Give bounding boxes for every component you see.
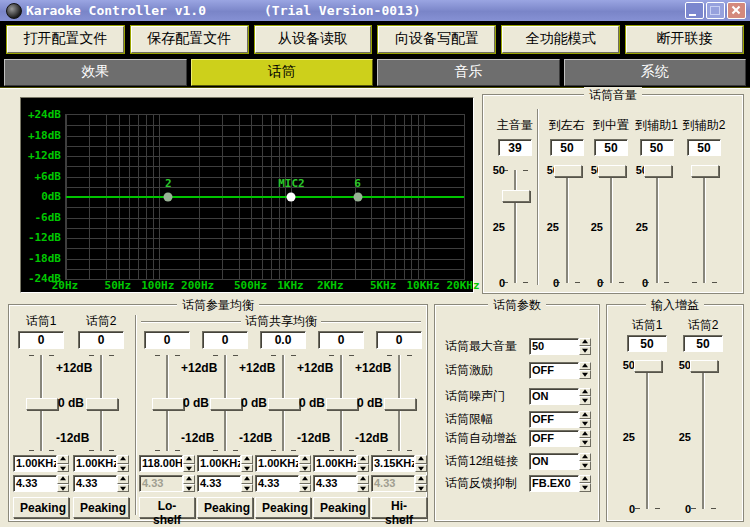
param-spinner[interactable]: OFF: [529, 411, 591, 428]
band-type-button[interactable]: Peaking: [313, 497, 369, 518]
eq-point[interactable]: [164, 193, 173, 202]
spin-up-icon[interactable]: [117, 475, 129, 484]
spin-up-icon[interactable]: [579, 388, 591, 397]
slider-track[interactable]: [514, 170, 517, 283]
band-gain-box[interactable]: 0: [18, 331, 64, 349]
spin-down-icon[interactable]: [415, 464, 427, 473]
spin-up-icon[interactable]: [241, 475, 253, 484]
band-q-spinner[interactable]: 4.33: [13, 475, 69, 492]
spin-down-icon[interactable]: [357, 464, 369, 473]
slider-track[interactable]: [566, 170, 569, 283]
spin-down-icon[interactable]: [579, 483, 591, 492]
band-gain-box[interactable]: 0: [78, 331, 124, 349]
spin-up-icon[interactable]: [299, 455, 311, 464]
slider-thumb[interactable]: [86, 398, 118, 410]
band-q-spinner[interactable]: 4.33: [313, 475, 369, 492]
band-freq-spinner[interactable]: 1.00KHz: [313, 455, 369, 472]
eq-point[interactable]: [287, 193, 296, 202]
spin-down-icon[interactable]: [579, 419, 591, 428]
spin-up-icon[interactable]: [357, 455, 369, 464]
tab-system[interactable]: 系统: [564, 59, 747, 86]
maximize-button[interactable]: [706, 2, 725, 19]
slider-thumb[interactable]: [152, 398, 184, 410]
band-gain-box[interactable]: 0: [318, 331, 364, 349]
slider-thumb[interactable]: [634, 360, 662, 372]
full-function-mode-button[interactable]: 全功能模式: [502, 26, 619, 53]
tab-effects[interactable]: 效果: [4, 59, 187, 86]
slider-value-box[interactable]: 39: [498, 139, 532, 156]
spin-up-icon[interactable]: [579, 453, 591, 462]
spin-down-icon[interactable]: [579, 461, 591, 470]
band-q-spinner[interactable]: 4.33: [197, 475, 253, 492]
spin-up-icon[interactable]: [183, 455, 195, 464]
spin-up-icon[interactable]: [415, 455, 427, 464]
band-type-button[interactable]: Lo-shelf: [139, 497, 195, 518]
slider-thumb[interactable]: [26, 398, 58, 410]
open-config-button[interactable]: 打开配置文件: [7, 26, 124, 53]
slider-value-box[interactable]: 50: [640, 139, 674, 156]
close-button[interactable]: [727, 2, 746, 19]
band-type-button[interactable]: Peaking: [13, 497, 69, 518]
slider-track[interactable]: [703, 170, 706, 283]
spin-up-icon[interactable]: [579, 430, 591, 439]
band-freq-spinner[interactable]: 1.00KHz: [255, 455, 311, 472]
spin-up-icon[interactable]: [579, 362, 591, 371]
band-q-spinner[interactable]: 4.33: [73, 475, 129, 492]
param-spinner[interactable]: ON: [529, 388, 591, 405]
band-type-button[interactable]: Peaking: [255, 497, 311, 518]
band-gain-box[interactable]: 0: [376, 331, 422, 349]
minimize-button[interactable]: [685, 2, 704, 19]
spin-down-icon[interactable]: [241, 484, 253, 493]
spin-up-icon[interactable]: [241, 455, 253, 464]
band-type-button[interactable]: Peaking: [73, 497, 129, 518]
tab-music[interactable]: 音乐: [377, 59, 560, 86]
spin-down-icon[interactable]: [183, 464, 195, 473]
spin-down-icon[interactable]: [57, 484, 69, 493]
band-freq-spinner[interactable]: 1.00KHz: [13, 455, 69, 472]
spin-down-icon[interactable]: [357, 484, 369, 493]
slider-thumb[interactable]: [554, 165, 582, 177]
spin-up-icon[interactable]: [579, 338, 591, 347]
slider-value-box[interactable]: 50: [550, 139, 584, 156]
band-freq-spinner[interactable]: 1.00KHz: [197, 455, 253, 472]
slider-thumb[interactable]: [326, 398, 358, 410]
spin-down-icon[interactable]: [579, 346, 591, 355]
spin-up-icon[interactable]: [357, 475, 369, 484]
spin-up-icon[interactable]: [117, 455, 129, 464]
spin-down-icon[interactable]: [57, 464, 69, 473]
write-to-device-button[interactable]: 向设备写配置: [378, 26, 495, 53]
spin-up-icon[interactable]: [57, 475, 69, 484]
band-q-spinner[interactable]: 4.33: [255, 475, 311, 492]
slider-thumb[interactable]: [268, 398, 300, 410]
slider-value-box[interactable]: 50: [627, 335, 667, 352]
slider-track[interactable]: [610, 170, 613, 283]
spin-down-icon[interactable]: [299, 464, 311, 473]
disconnect-button[interactable]: 断开联接: [626, 26, 743, 53]
slider-value-box[interactable]: 50: [687, 139, 721, 156]
band-gain-box[interactable]: 0.0: [260, 331, 306, 349]
tab-microphone[interactable]: 话筒: [191, 59, 374, 86]
band-freq-spinner[interactable]: 1.00KHz: [73, 455, 129, 472]
slider-track[interactable]: [646, 365, 649, 509]
spin-up-icon[interactable]: [57, 455, 69, 464]
band-freq-spinner[interactable]: 3.15KHz: [371, 455, 427, 472]
band-freq-spinner[interactable]: 118.00H: [139, 455, 195, 472]
band-gain-box[interactable]: 0: [144, 331, 190, 349]
slider-track[interactable]: [702, 365, 705, 509]
slider-track[interactable]: [656, 170, 659, 283]
spin-up-icon[interactable]: [579, 475, 591, 484]
spin-down-icon[interactable]: [117, 484, 129, 493]
eq-point[interactable]: [353, 193, 362, 202]
spin-down-icon[interactable]: [579, 396, 591, 405]
spin-up-icon[interactable]: [299, 475, 311, 484]
slider-value-box[interactable]: 50: [683, 335, 723, 352]
spin-down-icon[interactable]: [299, 484, 311, 493]
spin-down-icon[interactable]: [241, 464, 253, 473]
read-from-device-button[interactable]: 从设备读取: [255, 26, 372, 53]
param-spinner[interactable]: OFF: [529, 362, 591, 379]
slider-thumb[interactable]: [502, 190, 530, 202]
slider-value-box[interactable]: 50: [594, 139, 628, 156]
spin-up-icon[interactable]: [579, 411, 591, 420]
slider-thumb[interactable]: [210, 398, 242, 410]
param-spinner[interactable]: FB.EX0: [529, 475, 591, 492]
